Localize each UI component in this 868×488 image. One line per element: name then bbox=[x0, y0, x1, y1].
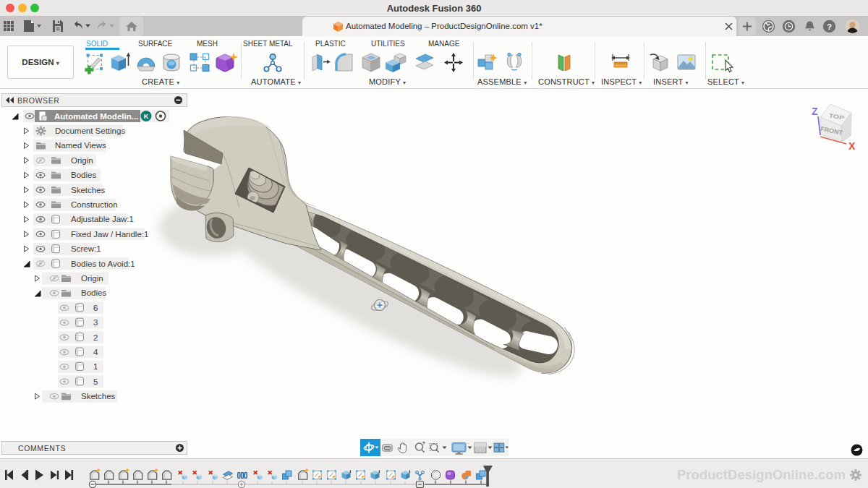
svg-text:Screw:1: Screw:1 bbox=[71, 244, 101, 253]
svg-text:Bodies to Avoid:1: Bodies to Avoid:1 bbox=[71, 260, 135, 268]
svg-text:3: 3 bbox=[93, 318, 98, 327]
svg-text:1: 1 bbox=[93, 362, 98, 371]
svg-text:Automated Modelin...: Automated Modelin... bbox=[54, 112, 138, 121]
svg-text:Adjustable Jaw:1: Adjustable Jaw:1 bbox=[71, 215, 134, 223]
svg-text:Fixed Jaw / Handle:1: Fixed Jaw / Handle:1 bbox=[71, 230, 148, 239]
svg-text:6: 6 bbox=[93, 304, 98, 312]
svg-text:5: 5 bbox=[93, 377, 98, 386]
svg-text:Z: Z bbox=[812, 106, 818, 117]
svg-text:X: X bbox=[848, 140, 856, 152]
svg-text:2: 2 bbox=[93, 333, 98, 342]
svg-text:Construction: Construction bbox=[71, 200, 118, 209]
svg-text:Bodies: Bodies bbox=[81, 288, 106, 297]
svg-text:Origin: Origin bbox=[71, 156, 93, 165]
svg-text:?: ? bbox=[827, 22, 832, 31]
svg-text:4: 4 bbox=[93, 348, 98, 356]
svg-text:K: K bbox=[144, 113, 149, 120]
svg-text:Document Settings: Document Settings bbox=[55, 127, 125, 135]
svg-text:Bodies: Bodies bbox=[71, 171, 96, 179]
svg-text:Origin: Origin bbox=[81, 274, 103, 283]
svg-text:Sketches: Sketches bbox=[71, 186, 106, 194]
svg-text:Sketches: Sketches bbox=[81, 392, 116, 401]
svg-text:Named Views: Named Views bbox=[55, 141, 106, 150]
